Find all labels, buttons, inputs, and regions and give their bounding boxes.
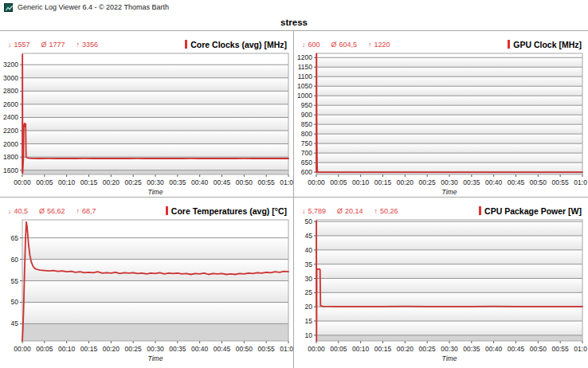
svg-text:00:50: 00:50	[236, 345, 253, 353]
svg-text:00:10: 00:10	[58, 345, 76, 353]
svg-text:00:15: 00:15	[80, 345, 98, 353]
stat-max-value: 68,7	[82, 207, 96, 215]
svg-text:00:00: 00:00	[308, 178, 325, 186]
chart-title: Core Clocks (avg) [MHz]	[185, 40, 287, 49]
svg-text:00:25: 00:25	[125, 178, 143, 186]
svg-text:00:35: 00:35	[169, 178, 186, 186]
stat-min: ↓40,5	[8, 207, 28, 215]
svg-text:00:05: 00:05	[36, 178, 53, 186]
svg-text:00:30: 00:30	[441, 178, 458, 186]
title-bar[interactable]: Generic Log Viewer 6.4 - © 2022 Thomas B…	[0, 0, 588, 14]
svg-text:00:10: 00:10	[58, 178, 76, 186]
svg-text:25: 25	[305, 288, 313, 296]
svg-text:00:05: 00:05	[36, 345, 53, 353]
panel-core-clocks: ↓1557 Ø1777 ↑3356 Core Clocks (avg) [MHz…	[0, 31, 294, 198]
stat-avg-value: 56,62	[47, 207, 65, 215]
stat-max-value: 50,26	[380, 207, 398, 215]
stats-row: ↓5,789 Ø20,14 ↑50,26	[302, 207, 398, 215]
svg-text:2600: 2600	[3, 100, 18, 108]
panel-core-temperatures: ↓40,5 Ø56,62 ↑68,7 Core Temperatures (av…	[0, 198, 294, 368]
stat-avg-value: 604,5	[339, 41, 358, 49]
svg-text:00:50: 00:50	[530, 345, 547, 353]
cpu-package-power-chart[interactable]: 50454035302520151000:0000:0500:1000:1500…	[294, 218, 587, 366]
svg-text:00:55: 00:55	[552, 345, 570, 353]
svg-text:55: 55	[11, 277, 19, 285]
stat-min-value: 600	[308, 41, 320, 49]
core-temperatures-chart[interactable]: 656055504500:0000:0500:1000:1500:2000:25…	[0, 218, 293, 366]
app-window: Generic Log Viewer 6.4 - © 2022 Thomas B…	[0, 0, 588, 368]
heading-row: stress	[0, 14, 588, 30]
svg-text:35: 35	[305, 260, 313, 268]
svg-text:00:30: 00:30	[147, 345, 164, 353]
svg-text:2200: 2200	[3, 127, 18, 135]
min-arrow-icon: ↓	[8, 207, 12, 215]
chart-title-text: GPU Clock [MHz]	[513, 40, 582, 49]
gpu-clock-chart[interactable]: 1200115011001050100095090085080075070065…	[294, 52, 587, 195]
svg-text:2000: 2000	[3, 140, 18, 148]
svg-text:00:45: 00:45	[508, 345, 525, 353]
stat-min-value: 1557	[14, 41, 30, 49]
svg-text:00:00: 00:00	[14, 178, 31, 186]
stat-avg: Ø20,14	[337, 207, 363, 215]
max-arrow-icon: ↑	[374, 207, 378, 215]
svg-text:00:50: 00:50	[530, 178, 547, 186]
core-clocks-chart[interactable]: 32003000280026002400220020001800160000:0…	[0, 52, 293, 195]
svg-text:00:25: 00:25	[125, 345, 143, 353]
svg-text:800: 800	[301, 130, 312, 138]
svg-text:65: 65	[11, 234, 19, 242]
svg-text:600: 600	[301, 168, 312, 176]
svg-text:00:25: 00:25	[419, 178, 437, 186]
stat-max: ↑50,26	[374, 207, 398, 215]
page-title: stress	[280, 18, 308, 27]
series-color-bar	[166, 206, 168, 215]
svg-text:00:40: 00:40	[191, 178, 209, 186]
max-arrow-icon: ↑	[76, 41, 80, 49]
stats-row: ↓600 Ø604,5 ↑1220	[302, 41, 390, 49]
svg-text:00:10: 00:10	[352, 178, 370, 186]
chart-title-text: Core Clocks (avg) [MHz]	[190, 40, 287, 49]
svg-text:15: 15	[305, 317, 313, 325]
svg-text:01:00: 01:00	[280, 345, 293, 353]
max-arrow-icon: ↑	[368, 41, 372, 49]
svg-text:750: 750	[301, 139, 312, 147]
stat-max: ↑1220	[368, 41, 390, 49]
svg-text:00:55: 00:55	[552, 178, 570, 186]
svg-text:1100: 1100	[298, 72, 313, 80]
chart-grid: ↓1557 Ø1777 ↑3356 Core Clocks (avg) [MHz…	[0, 30, 588, 368]
svg-text:00:55: 00:55	[258, 178, 276, 186]
chart-title: CPU Package Power [W]	[479, 206, 582, 216]
svg-text:00:45: 00:45	[508, 178, 525, 186]
chart-title-text: Core Temperatures (avg) [°C]	[171, 206, 287, 216]
svg-text:45: 45	[305, 232, 313, 240]
avg-icon: Ø	[39, 207, 45, 215]
svg-text:00:35: 00:35	[463, 345, 480, 353]
svg-text:00:35: 00:35	[463, 178, 480, 186]
svg-text:40: 40	[305, 246, 313, 254]
chart-title: GPU Clock [MHz]	[508, 40, 582, 49]
svg-text:00:20: 00:20	[397, 178, 414, 186]
svg-text:Time: Time	[148, 354, 163, 362]
panel-header: ↓600 Ø604,5 ↑1220 GPU Clock [MHz]	[294, 31, 588, 52]
svg-text:00:05: 00:05	[330, 345, 347, 353]
svg-text:3200: 3200	[3, 61, 18, 69]
svg-text:00:45: 00:45	[214, 345, 231, 353]
svg-text:50: 50	[305, 218, 313, 225]
svg-text:00:15: 00:15	[374, 178, 392, 186]
window-title: Generic Log Viewer 6.4 - © 2022 Thomas B…	[18, 3, 169, 11]
svg-text:30: 30	[305, 275, 313, 283]
svg-text:20: 20	[305, 303, 313, 311]
stat-min: ↓5,789	[302, 207, 326, 215]
panel-gpu-clock: ↓600 Ø604,5 ↑1220 GPU Clock [MHz] 120011…	[294, 31, 588, 198]
stat-min: ↓1557	[8, 41, 30, 49]
stat-avg: Ø1777	[41, 41, 65, 49]
svg-text:1150: 1150	[298, 63, 313, 71]
stat-max-value: 3356	[82, 41, 98, 49]
panel-header: ↓5,789 Ø20,14 ↑50,26 CPU Package Power […	[294, 198, 588, 218]
svg-text:00:15: 00:15	[374, 345, 392, 353]
stat-max: ↑68,7	[76, 207, 96, 215]
svg-text:700: 700	[301, 149, 312, 157]
min-arrow-icon: ↓	[8, 41, 12, 49]
series-color-bar	[185, 40, 187, 49]
svg-text:1050: 1050	[297, 82, 312, 90]
svg-text:00:50: 00:50	[236, 178, 253, 186]
